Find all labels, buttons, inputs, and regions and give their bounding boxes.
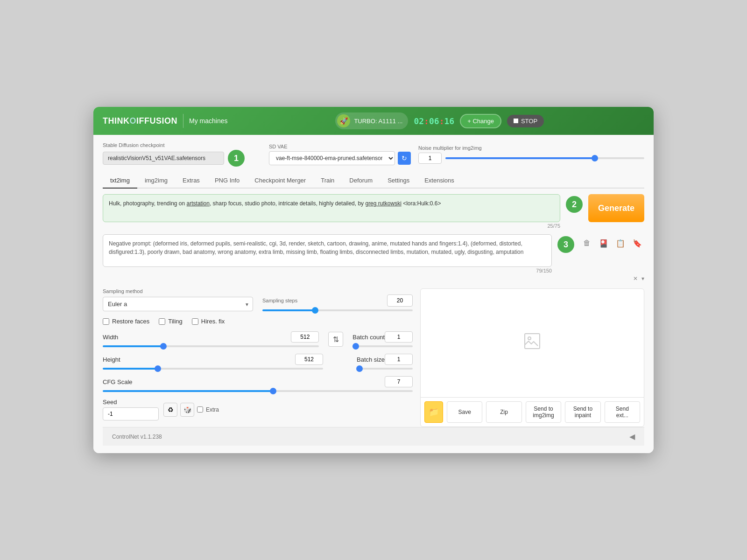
two-panel-row: Sampling method Euler a Sampling steps xyxy=(103,288,644,427)
stop-label: STOP xyxy=(521,118,537,125)
rutkowski-link: greg rutkowski xyxy=(365,200,401,207)
clipboard-button[interactable]: 📋 xyxy=(613,236,627,250)
change-button[interactable]: + Change xyxy=(460,114,501,128)
batch-count-thumb xyxy=(352,343,359,350)
seed-row: Seed ♻ 🎲 Extra xyxy=(103,399,413,420)
image-display-area xyxy=(421,289,644,397)
seed-random-button[interactable]: 🎲 xyxy=(180,403,194,417)
vae-refresh-button[interactable]: ↻ xyxy=(398,152,411,165)
vae-group: SD VAE vae-ft-mse-840000-ema-pruned.safe… xyxy=(269,144,411,165)
controlnet-collapse-button[interactable]: ◀ xyxy=(629,432,635,441)
close-x[interactable]: ✕ xyxy=(633,275,638,282)
sampling-steps-input[interactable] xyxy=(387,294,413,307)
step-badge-2: 2 xyxy=(566,196,583,213)
send-img2img-button[interactable]: Send toimg2img xyxy=(526,401,561,423)
tab-txt2img[interactable]: txt2img xyxy=(103,173,137,189)
send-inpaint-button[interactable]: Send toinpaint xyxy=(565,401,600,423)
batch-count-label: Batch count xyxy=(352,334,385,341)
hires-fix-checkbox[interactable]: Hires. fix xyxy=(192,318,225,325)
negative-prompt-section: Negative prompt: (deformed iris, deforme… xyxy=(103,234,644,282)
checkpoint-row: Stable Diffusion checkpoint 1 SD VAE vae… xyxy=(103,142,644,167)
steps-header: Sampling steps xyxy=(262,294,413,307)
stop-button[interactable]: STOP xyxy=(507,115,544,127)
timer-colon1: : xyxy=(424,116,429,126)
vae-select[interactable]: vae-ft-mse-840000-ema-pruned.safetensors xyxy=(269,151,395,165)
height-slider[interactable] xyxy=(103,368,323,370)
height-group: Height xyxy=(103,354,323,370)
width-slider[interactable] xyxy=(103,345,319,347)
batch-size-thumb xyxy=(356,365,363,372)
tab-img2img[interactable]: img2img xyxy=(137,173,175,189)
bookmark-button[interactable]: 🔖 xyxy=(630,236,644,250)
sampling-steps-slider[interactable] xyxy=(262,309,413,311)
sampling-row: Sampling method Euler a Sampling steps xyxy=(103,288,413,311)
cfg-input[interactable] xyxy=(385,376,413,387)
restore-faces-input[interactable] xyxy=(103,318,109,325)
swap-dimensions-button[interactable]: ⇅ xyxy=(328,332,343,347)
noise-slider-track[interactable] xyxy=(445,157,644,159)
tab-extras[interactable]: Extras xyxy=(175,173,207,189)
neg-prompt-counter: 79/150 xyxy=(103,268,552,273)
batch-count-input[interactable] xyxy=(385,331,413,343)
cfg-label: CFG Scale xyxy=(103,378,133,385)
width-input[interactable] xyxy=(291,331,319,343)
tab-train[interactable]: Train xyxy=(313,173,342,189)
zip-button[interactable]: Zip xyxy=(486,401,521,423)
sampling-steps-thumb xyxy=(312,307,318,314)
tiling-input[interactable] xyxy=(159,318,165,325)
sampling-steps-label: Sampling steps xyxy=(262,298,297,303)
noise-value-input[interactable] xyxy=(418,153,442,164)
extra-label-text: Extra xyxy=(206,406,219,413)
generate-button[interactable]: Generate xyxy=(588,194,644,222)
seed-input[interactable] xyxy=(103,407,159,420)
session-timer: 02:06:16 xyxy=(414,116,454,126)
extra-checkbox[interactable] xyxy=(197,406,203,413)
pink-card-icon: 🎴 xyxy=(599,239,608,248)
sampling-steps-group: Sampling steps xyxy=(262,294,413,311)
batch-count-slider[interactable] xyxy=(352,345,413,347)
restore-faces-label: Restore faces xyxy=(112,318,149,325)
folder-button[interactable]: 📁 xyxy=(424,401,443,423)
checkboxes-row: Restore faces Tiling Hires. fix xyxy=(103,318,413,325)
cfg-thumb xyxy=(270,388,276,394)
batch-size-slider[interactable] xyxy=(357,368,413,370)
prompt-counter: 25/75 xyxy=(103,223,560,229)
batch-size-section: Batch size xyxy=(357,354,413,370)
trash-icon: 🗑 xyxy=(583,239,591,247)
height-header: Height xyxy=(103,354,323,365)
svg-point-1 xyxy=(528,337,531,340)
extra-checkbox-label[interactable]: Extra xyxy=(197,406,219,413)
cfg-slider[interactable] xyxy=(103,390,413,392)
pink-card-button[interactable]: 🎴 xyxy=(597,236,611,250)
negative-prompt-box[interactable]: Negative prompt: (deformed iris, deforme… xyxy=(103,234,552,267)
tiling-checkbox[interactable]: Tiling xyxy=(159,318,183,325)
tab-checkpoint-merger[interactable]: Checkpoint Merger xyxy=(247,173,313,189)
clipboard-icon: 📋 xyxy=(616,239,625,248)
tab-png-info[interactable]: PNG Info xyxy=(207,173,247,189)
timer-colon2: : xyxy=(439,116,444,126)
expand-arrow[interactable]: ▾ xyxy=(641,275,644,282)
seed-label: Seed xyxy=(103,399,159,406)
tab-deforum[interactable]: Deforum xyxy=(342,173,380,189)
artstation-link: artstation xyxy=(187,200,210,207)
checkpoint-input[interactable] xyxy=(103,152,224,165)
send-extras-button[interactable]: Sendext... xyxy=(605,401,640,423)
restore-faces-checkbox[interactable]: Restore faces xyxy=(103,318,149,325)
cfg-row: CFG Scale xyxy=(103,376,413,392)
positive-prompt-box[interactable]: Hulk, photography, trending on artstatio… xyxy=(103,194,560,222)
height-label: Height xyxy=(103,356,120,363)
hires-fix-input[interactable] xyxy=(192,318,198,325)
tab-settings[interactable]: Settings xyxy=(380,173,417,189)
batch-size-group: Batch size xyxy=(357,354,413,370)
sampling-method-select[interactable]: Euler a xyxy=(103,297,253,311)
height-input[interactable] xyxy=(295,354,323,365)
trash-button[interactable]: 🗑 xyxy=(580,236,594,250)
batch-size-input[interactable] xyxy=(385,354,413,365)
save-button[interactable]: Save xyxy=(447,401,482,423)
width-group: Width xyxy=(103,331,319,347)
tab-extensions[interactable]: Extensions xyxy=(417,173,462,189)
logo-area: THINKOIFFUSION My machines xyxy=(103,114,227,128)
seed-recycle-button[interactable]: ♻ xyxy=(163,403,177,417)
main-content: Stable Diffusion checkpoint 1 SD VAE vae… xyxy=(93,135,654,453)
stop-icon xyxy=(514,119,518,123)
